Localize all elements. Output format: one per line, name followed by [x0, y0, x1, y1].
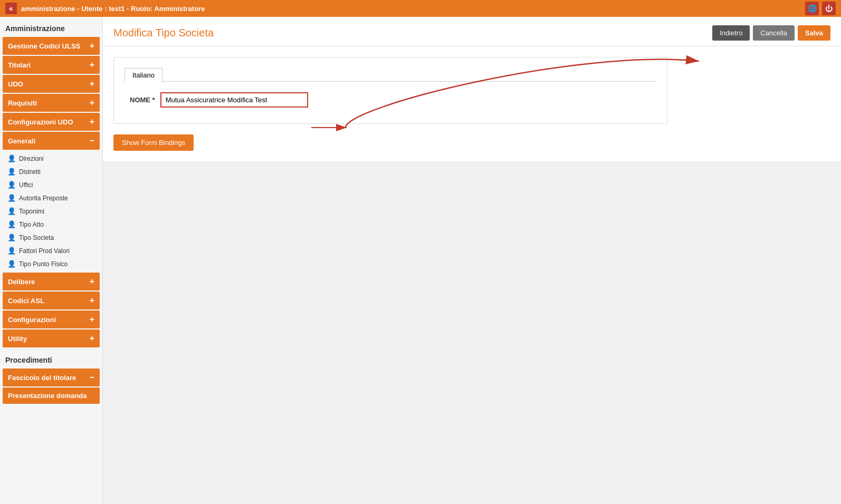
plus-icon: + — [90, 334, 94, 343]
sidebar-btn-utility[interactable]: Utility + — [3, 329, 100, 347]
sidebar-item-tipo-societa[interactable]: 👤 Tipo Societa — [0, 231, 102, 244]
sidebar-item-fattori-prod-valori[interactable]: 👤 Fattori Prod Valori — [0, 244, 102, 257]
plus-icon: + — [90, 277, 94, 286]
sidebar-btn-requisiti[interactable]: Requisiti + — [3, 94, 100, 112]
sidebar-section-procedimenti: Procedimenti — [0, 348, 102, 367]
sidebar-item-autorita-preposte[interactable]: 👤 Autorita Preposte — [0, 191, 102, 205]
sidebar-btn-configurazioni[interactable]: Configurazioni + — [3, 311, 100, 328]
sidebar-btn-udo[interactable]: UDO + — [3, 75, 100, 93]
plus-icon: + — [90, 60, 94, 70]
show-form-bindings-button[interactable]: Show Form Bindings — [113, 134, 194, 151]
person-icon: 👤 — [7, 247, 16, 255]
topbar: « amministrazione - Utente : test1 - Ruo… — [0, 0, 841, 17]
person-icon: 👤 — [7, 154, 16, 162]
plus-icon: + — [90, 41, 94, 51]
main-header: Modifica Tipo Societa Indietro Cancella … — [103, 17, 841, 46]
plus-icon: + — [90, 79, 94, 89]
tab-italiano[interactable]: Italiano — [125, 68, 163, 82]
form-area: Italiano NOME * Show Form Bindings — [103, 46, 841, 161]
person-icon: 👤 — [7, 234, 16, 241]
sidebar-btn-codici-asl[interactable]: Codici ASL + — [3, 292, 100, 309]
nome-input[interactable] — [160, 92, 308, 108]
sidebar-btn-configurazioni-udo[interactable]: Configurazioni UDO + — [3, 113, 100, 131]
plus-icon: + — [90, 98, 94, 108]
page-title: Modifica Tipo Societa — [113, 27, 214, 39]
tab-content: NOME * — [125, 81, 656, 113]
sidebar-btn-delibere[interactable]: Delibere + — [3, 273, 100, 290]
minus-icon: − — [90, 136, 94, 146]
plus-icon: + — [90, 296, 94, 305]
sidebar-item-tipo-atto[interactable]: 👤 Tipo Atto — [0, 218, 102, 231]
person-icon: 👤 — [7, 207, 16, 215]
minus-icon: − — [90, 373, 94, 382]
sidebar-btn-generali[interactable]: Generali − — [3, 132, 100, 150]
person-icon: 👤 — [7, 260, 16, 268]
plus-icon: + — [90, 117, 94, 127]
sidebar-item-tipo-punto-fisico[interactable]: 👤 Tipo Punto Fisico — [0, 257, 102, 270]
back-arrow-button[interactable]: « — [5, 3, 17, 14]
salva-button[interactable]: Salva — [798, 25, 830, 41]
globe-icon-button[interactable]: 🌐 — [805, 2, 819, 15]
cancella-button[interactable]: Cancella — [753, 25, 795, 41]
form-card: Italiano NOME * — [113, 57, 667, 124]
main-wrapper: Modifica Tipo Societa Indietro Cancella … — [103, 17, 841, 504]
main-content: Modifica Tipo Societa Indietro Cancella … — [103, 17, 841, 161]
topbar-title: amministrazione - Utente : test1 - Ruolo… — [21, 5, 205, 13]
plus-icon: + — [90, 315, 94, 324]
person-icon: 👤 — [7, 220, 16, 228]
header-buttons: Indietro Cancella Salva — [712, 25, 830, 41]
sidebar-btn-fascicolo-titolare[interactable]: Fascicolo del titolare − — [3, 369, 100, 386]
sidebar-item-distretti[interactable]: 👤 Distretti — [0, 165, 102, 178]
person-icon: 👤 — [7, 181, 16, 189]
sidebar-btn-gestione-codici-ulss[interactable]: Gestione Codici ULSS + — [3, 37, 100, 55]
show-form-bindings-wrapper: Show Form Bindings — [113, 124, 830, 151]
person-icon: 👤 — [7, 168, 16, 176]
sidebar-btn-presentazione-domanda[interactable]: Presentazione domanda — [3, 387, 100, 404]
person-icon: 👤 — [7, 194, 16, 202]
sidebar-btn-titolari[interactable]: Titolari + — [3, 56, 100, 74]
sidebar-item-toponimi[interactable]: 👤 Toponimi — [0, 205, 102, 218]
field-row-nome: NOME * — [130, 92, 651, 108]
generali-submenu: 👤 Direzioni 👤 Distretti 👤 Uffici 👤 Autor… — [0, 151, 102, 272]
topbar-left: « amministrazione - Utente : test1 - Ruo… — [5, 3, 205, 14]
sidebar: Amministrazione Gestione Codici ULSS + T… — [0, 17, 103, 504]
topbar-icons: 🌐 ⏻ — [805, 2, 836, 15]
power-icon-button[interactable]: ⏻ — [822, 2, 836, 15]
sidebar-item-direzioni[interactable]: 👤 Direzioni — [0, 152, 102, 165]
indietro-button[interactable]: Indietro — [712, 25, 750, 41]
nome-label: NOME * — [130, 96, 155, 104]
sidebar-section-amministrazione: Amministrazione — [0, 17, 102, 36]
sidebar-item-uffici[interactable]: 👤 Uffici — [0, 178, 102, 191]
